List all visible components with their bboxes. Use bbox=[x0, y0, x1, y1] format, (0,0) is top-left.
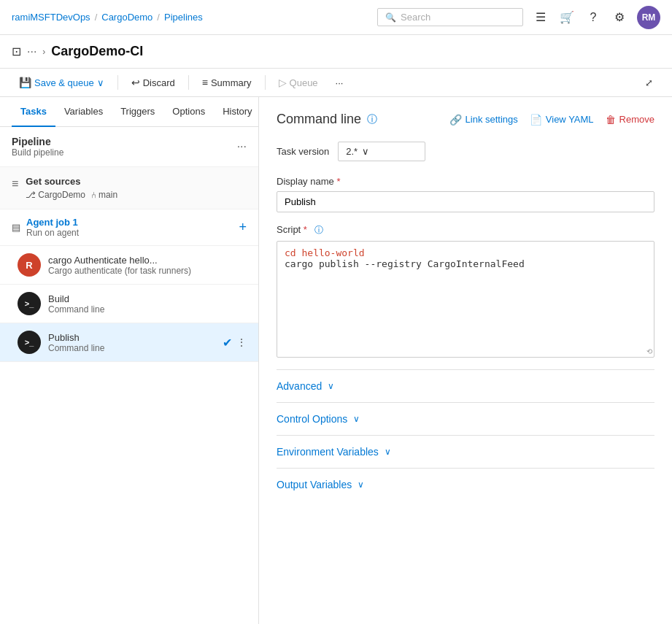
repo-detail: ⎇ CargoDemo bbox=[26, 190, 85, 200]
agent-job-left: ▤ Agent job 1 Run on agent bbox=[12, 217, 79, 238]
branch-detail: ⑃ main bbox=[91, 190, 117, 200]
control-options-section[interactable]: Control Options ∨ bbox=[277, 402, 654, 435]
build-icon: >_ bbox=[18, 292, 41, 315]
tab-variables[interactable]: Variables bbox=[55, 97, 112, 127]
cmd-header: Command line ⓘ 🔗 Link settings 📄 View YA… bbox=[277, 112, 654, 127]
task-item-publish[interactable]: >_ Publish Command line ✔ ⋮ bbox=[0, 323, 258, 362]
publish-more-icon[interactable]: ⋮ bbox=[236, 336, 247, 348]
env-variables-section[interactable]: Environment Variables ∨ bbox=[277, 435, 654, 468]
link-settings-label: Link settings bbox=[466, 114, 518, 125]
section-link[interactable]: Pipelines bbox=[164, 12, 203, 23]
top-nav: ramiMSFTDevOps / CargoDemo / Pipelines 🔍… bbox=[0, 0, 672, 35]
queue-icon: ▷ bbox=[279, 77, 287, 88]
pipeline-name: Pipeline bbox=[12, 136, 63, 147]
control-options-header: Control Options ∨ bbox=[277, 413, 654, 425]
tab-history[interactable]: History bbox=[214, 97, 260, 127]
publish-details: Publish Command line bbox=[48, 332, 215, 353]
agent-info: Agent job 1 Run on agent bbox=[26, 217, 79, 238]
pipeline-section: Pipeline Build pipeline ··· bbox=[0, 127, 258, 167]
sources-icon: ≡ bbox=[12, 177, 18, 190]
env-variables-label: Environment Variables bbox=[277, 446, 379, 458]
search-icon: 🔍 bbox=[385, 12, 396, 23]
basket-icon[interactable]: 🛒 bbox=[558, 9, 576, 26]
queue-label: Queue bbox=[290, 77, 318, 88]
add-task-icon[interactable]: + bbox=[239, 220, 247, 235]
link-settings-btn[interactable]: 🔗 Link settings bbox=[449, 114, 518, 126]
script-textarea-container: cd hello-world cargo publish --registry … bbox=[277, 241, 654, 358]
list-icon[interactable]: ☰ bbox=[532, 9, 549, 26]
page-header: ⊡ ··· › CargoDemo-CI bbox=[0, 35, 672, 69]
output-variables-label: Output Variables bbox=[277, 479, 352, 490]
build-sub: Command line bbox=[48, 304, 247, 315]
task-version-row: Task version 2.* ∨ bbox=[277, 142, 654, 161]
cargo-auth-name: cargo Authenticate hello... bbox=[48, 255, 247, 266]
save-queue-label: Save & queue bbox=[34, 77, 94, 88]
display-name-required: * bbox=[336, 176, 340, 187]
advanced-label: Advanced bbox=[277, 380, 322, 392]
settings-icon[interactable]: ⚙ bbox=[611, 9, 628, 26]
remove-btn[interactable]: 🗑 Remove bbox=[606, 114, 654, 126]
discard-btn[interactable]: ↩ Discard bbox=[124, 73, 182, 92]
left-panel: Tasks Variables Triggers Options History… bbox=[0, 97, 259, 624]
script-field: Script * ⓘ cd hello-world cargo publish … bbox=[277, 224, 654, 358]
summary-icon: ≡ bbox=[202, 77, 208, 88]
display-name-input[interactable] bbox=[277, 191, 654, 212]
save-queue-dropdown-icon: ∨ bbox=[97, 77, 104, 88]
tab-tasks[interactable]: Tasks bbox=[12, 97, 55, 127]
resize-handle[interactable]: ⟲ bbox=[646, 347, 652, 355]
nav-actions: 🔍 Search ☰ 🛒 ? ⚙ RM bbox=[377, 6, 660, 29]
repo-icon: ⎇ bbox=[26, 190, 36, 200]
agent-job-name[interactable]: Agent job 1 bbox=[26, 217, 79, 228]
cmd-info-icon[interactable]: ⓘ bbox=[367, 113, 377, 126]
project-link[interactable]: CargoDemo bbox=[101, 12, 152, 23]
discard-icon: ↩ bbox=[131, 77, 140, 88]
queue-btn[interactable]: ▷ Queue bbox=[271, 73, 325, 92]
expand-btn[interactable]: ⤢ bbox=[638, 74, 660, 92]
breadcrumb-chevron: › bbox=[42, 47, 45, 57]
toolbar-sep-2 bbox=[188, 75, 189, 90]
org-link[interactable]: ramiMSFTDevOps bbox=[12, 12, 90, 23]
output-variables-section[interactable]: Output Variables ∨ bbox=[277, 468, 654, 501]
task-item-build[interactable]: >_ Build Command line bbox=[0, 285, 258, 323]
task-item-cargo-auth[interactable]: R cargo Authenticate hello... Cargo auth… bbox=[0, 246, 258, 285]
cmd-title-text: Command line bbox=[277, 112, 361, 127]
view-yaml-btn[interactable]: 📄 View YAML bbox=[530, 114, 594, 126]
save-queue-btn[interactable]: 💾 Save & queue ∨ bbox=[12, 73, 112, 92]
repo-name: CargoDemo bbox=[38, 190, 85, 200]
help-icon[interactable]: ? bbox=[584, 9, 602, 26]
build-details: Build Command line bbox=[48, 293, 247, 315]
build-name: Build bbox=[48, 293, 247, 304]
agent-icon: ▤ bbox=[12, 222, 20, 233]
more-btn[interactable]: ··· bbox=[328, 74, 351, 92]
sources-details: ⎇ CargoDemo ⑃ main bbox=[26, 190, 117, 200]
breadcrumb: ramiMSFTDevOps / CargoDemo / Pipelines bbox=[12, 12, 203, 23]
advanced-header: Advanced ∨ bbox=[277, 380, 654, 392]
avatar[interactable]: RM bbox=[637, 6, 660, 29]
sources-info: Get sources ⎇ CargoDemo ⑃ main bbox=[26, 176, 117, 200]
discard-label: Discard bbox=[143, 77, 175, 88]
branch-icon: ⑃ bbox=[91, 190, 96, 200]
summary-label: Summary bbox=[211, 77, 252, 88]
right-panel: Command line ⓘ 🔗 Link settings 📄 View YA… bbox=[259, 97, 672, 624]
control-options-label: Control Options bbox=[277, 413, 347, 425]
cmd-actions: 🔗 Link settings 📄 View YAML 🗑 Remove bbox=[449, 114, 654, 126]
advanced-chevron-icon: ∨ bbox=[328, 381, 334, 391]
advanced-section[interactable]: Advanced ∨ bbox=[277, 369, 654, 402]
script-info-icon[interactable]: ⓘ bbox=[314, 225, 323, 235]
agent-job-sub: Run on agent bbox=[26, 228, 79, 238]
tab-options[interactable]: Options bbox=[163, 97, 214, 127]
search-box[interactable]: 🔍 Search bbox=[377, 8, 523, 26]
cmd-title: Command line ⓘ bbox=[277, 112, 377, 127]
task-version-select[interactable]: 2.* ∨ bbox=[338, 142, 425, 161]
pipeline-sub: Build pipeline bbox=[12, 147, 63, 158]
pipeline-more-icon[interactable]: ··· bbox=[237, 140, 247, 153]
breadcrumb-dots[interactable]: ··· bbox=[27, 45, 36, 58]
publish-icon: >_ bbox=[18, 331, 41, 354]
summary-btn[interactable]: ≡ Summary bbox=[195, 73, 259, 92]
output-variables-chevron-icon: ∨ bbox=[358, 479, 364, 490]
display-name-label: Display name * bbox=[277, 176, 654, 187]
tab-triggers[interactable]: Triggers bbox=[112, 97, 163, 127]
page-title: CargoDemo-CI bbox=[51, 44, 143, 59]
publish-actions: ✔ ⋮ bbox=[223, 336, 247, 350]
sources-name[interactable]: Get sources bbox=[26, 176, 117, 187]
